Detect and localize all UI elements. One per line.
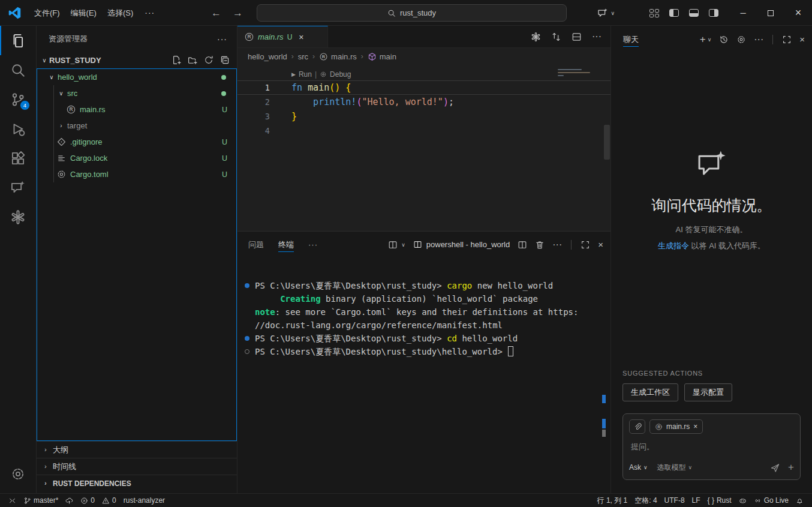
status-item-go-live[interactable]: Go Live bbox=[750, 494, 792, 507]
menu-more-icon[interactable]: ··· bbox=[139, 8, 161, 17]
tree-item-.gitignore[interactable]: .gitignoreU bbox=[37, 134, 236, 150]
status-item-0[interactable]: 0 bbox=[98, 494, 120, 507]
breadcrumb-item-main[interactable]: main bbox=[368, 52, 396, 61]
suggested-action-0[interactable]: 生成工作区 bbox=[622, 383, 678, 401]
status-item-0[interactable]: 0 bbox=[77, 494, 98, 507]
toggle-sidebar-icon[interactable] bbox=[669, 9, 679, 17]
menu-item-0[interactable]: 文件(F) bbox=[29, 5, 65, 21]
compare-changes-icon[interactable] bbox=[551, 32, 561, 42]
tab-main-rs[interactable]: main.rs U × bbox=[237, 26, 328, 47]
sidebar-item-openai[interactable] bbox=[0, 202, 36, 232]
sidebar-item-source-control[interactable]: 4 bbox=[0, 85, 36, 114]
tree-item-main.rs[interactable]: main.rsU bbox=[37, 101, 236, 118]
chat-input-placeholder[interactable]: 提问。 bbox=[631, 442, 792, 452]
terminal[interactable]: PS C:\Users\夏香草\Desktop\rust_study> carg… bbox=[237, 257, 610, 493]
copilot-chat-button[interactable]: ∨ bbox=[597, 8, 615, 19]
suggested-action-1[interactable]: 显示配置 bbox=[684, 383, 732, 401]
maximize-button[interactable] bbox=[757, 0, 784, 26]
run-link[interactable]: Run bbox=[299, 70, 312, 79]
status-item-copilot[interactable] bbox=[735, 494, 750, 507]
explorer-section-header[interactable]: ∨ RUST_STUDY bbox=[37, 52, 237, 68]
gear-icon bbox=[320, 71, 327, 78]
status-item-master-[interactable]: master* bbox=[20, 494, 62, 507]
breadcrumb-item-main.rs[interactable]: main.rs bbox=[319, 52, 357, 61]
gear-icon[interactable] bbox=[736, 35, 746, 44]
tree-item-hello_world[interactable]: ∨hello_world bbox=[37, 69, 236, 85]
back-arrow-icon[interactable]: ← bbox=[211, 0, 221, 26]
status-item-remote[interactable] bbox=[5, 494, 20, 507]
sidebar-item-extensions[interactable] bbox=[0, 143, 36, 173]
sidebar-item-search[interactable] bbox=[0, 55, 36, 85]
plus-icon[interactable]: + bbox=[788, 461, 794, 473]
status-item-lf[interactable]: LF bbox=[688, 494, 704, 507]
menu-item-1[interactable]: 编辑(E) bbox=[65, 5, 102, 21]
close-chat-icon[interactable]: × bbox=[799, 34, 805, 44]
chat-input-box[interactable]: main.rs × 提问。 Ask∨ 选取模型∨ + bbox=[622, 413, 801, 480]
command-center-search[interactable]: rust_study bbox=[257, 4, 567, 22]
status-item-bell[interactable] bbox=[792, 494, 807, 507]
editor-scrollbar[interactable] bbox=[604, 125, 610, 160]
sidebar-item-run-debug[interactable] bbox=[0, 114, 36, 143]
mode-picker[interactable]: Ask∨ bbox=[629, 463, 648, 472]
status-item-cloud-up[interactable] bbox=[62, 494, 77, 507]
tab-problems[interactable]: 问题 bbox=[248, 232, 264, 257]
code-editor[interactable]: ▶ Run | Debug 1fn main() {2 println!("He… bbox=[237, 65, 610, 224]
close-tab-icon[interactable]: × bbox=[299, 32, 303, 42]
attachment-chip[interactable]: main.rs × bbox=[649, 419, 703, 434]
more-actions-icon[interactable]: ··· bbox=[592, 31, 602, 42]
customize-layout-icon[interactable] bbox=[649, 9, 659, 17]
breadcrumb-item-src[interactable]: src bbox=[298, 52, 308, 61]
settings-button[interactable] bbox=[0, 459, 36, 488]
toggle-secondary-sidebar-icon[interactable] bbox=[709, 9, 718, 17]
sidebar-item-chat[interactable] bbox=[0, 173, 36, 202]
status-item-utf-8[interactable]: UTF-8 bbox=[661, 494, 688, 507]
openai-icon[interactable] bbox=[531, 32, 541, 42]
more-actions-icon[interactable]: ··· bbox=[754, 34, 763, 45]
sidebar-item-explorer[interactable] bbox=[0, 26, 36, 55]
sidebar-section-时间线[interactable]: ›时间线 bbox=[37, 458, 237, 475]
status-item-rust-analyzer[interactable]: rust-analyzer bbox=[120, 494, 169, 507]
status-item--4[interactable]: 空格: 4 bbox=[631, 494, 660, 507]
generate-instructions-link[interactable]: 生成指令 bbox=[658, 241, 689, 250]
tree-item-Cargo.toml[interactable]: Cargo.tomlU bbox=[37, 166, 236, 182]
attach-context-button[interactable] bbox=[629, 419, 645, 434]
sidebar-section-RUST DEPENDENCIES[interactable]: ›RUST DEPENDENCIES bbox=[37, 475, 237, 491]
model-picker[interactable]: 选取模型∨ bbox=[657, 463, 693, 473]
new-chat-button[interactable]: +∨ bbox=[700, 34, 712, 46]
remove-attachment-icon[interactable]: × bbox=[693, 422, 697, 431]
status-item-rust[interactable]: { }Rust bbox=[704, 494, 735, 507]
close-window-button[interactable]: × bbox=[784, 0, 812, 26]
minimap[interactable] bbox=[558, 69, 601, 78]
toggle-panel-icon[interactable] bbox=[689, 9, 699, 17]
status-item--1-1[interactable]: 行 1, 列 1 bbox=[594, 494, 631, 507]
collapse-all-icon[interactable] bbox=[220, 55, 230, 65]
chevron-down-icon[interactable]: ∨ bbox=[401, 242, 405, 248]
open-in-editor-icon[interactable] bbox=[782, 35, 792, 44]
split-editor-icon[interactable] bbox=[572, 32, 582, 42]
tab-chat[interactable]: 聊天 bbox=[623, 26, 639, 53]
maximize-panel-icon[interactable] bbox=[581, 240, 590, 250]
new-file-icon[interactable] bbox=[172, 55, 181, 65]
terminal-instance[interactable]: powershell - hello_world bbox=[413, 240, 510, 249]
tree-item-src[interactable]: ∨src bbox=[37, 85, 236, 101]
new-terminal-icon[interactable] bbox=[388, 240, 398, 250]
tree-item-target[interactable]: ›target bbox=[37, 118, 236, 134]
close-panel-icon[interactable]: × bbox=[598, 239, 603, 250]
sidebar-section-大纲[interactable]: ›大纲 bbox=[37, 441, 237, 458]
tab-terminal[interactable]: 终端 bbox=[278, 232, 294, 257]
breadcrumb-item-hello_world[interactable]: hello_world bbox=[248, 52, 287, 61]
send-icon[interactable] bbox=[770, 463, 780, 473]
history-icon[interactable] bbox=[719, 35, 729, 44]
refresh-icon[interactable] bbox=[204, 55, 213, 65]
more-actions-icon[interactable]: ··· bbox=[217, 34, 227, 44]
more-actions-icon[interactable]: ··· bbox=[552, 239, 562, 250]
menu-item-2[interactable]: 选择(S) bbox=[102, 5, 139, 21]
minimize-button[interactable]: ─ bbox=[729, 0, 757, 26]
tree-item-Cargo.lock[interactable]: Cargo.lockU bbox=[37, 150, 236, 166]
split-terminal-icon[interactable] bbox=[518, 240, 527, 250]
kill-terminal-icon[interactable] bbox=[535, 240, 545, 250]
new-folder-icon[interactable] bbox=[188, 55, 197, 65]
more-tabs-icon[interactable]: ··· bbox=[308, 240, 318, 249]
debug-link[interactable]: Debug bbox=[330, 70, 351, 79]
forward-arrow-icon[interactable]: → bbox=[233, 0, 243, 26]
